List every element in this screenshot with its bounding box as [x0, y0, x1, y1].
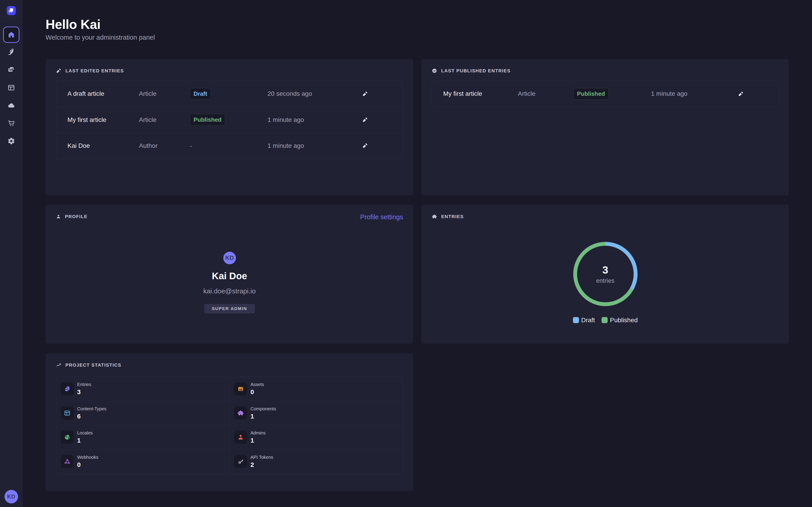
layout-icon: [64, 410, 70, 416]
entry-title: Kai Doe: [67, 142, 139, 150]
stat-locales: Locales 1: [56, 425, 230, 449]
sidebar-divider: [0, 16, 22, 17]
stat-value: 1: [77, 437, 93, 444]
webhook-icon: [64, 458, 70, 465]
legend-item-draft: Draft: [573, 317, 595, 324]
stats-grid: Entries 3 Assets 0: [56, 377, 403, 474]
puzzle-icon: [237, 410, 244, 416]
profile-body: KD Kai Doe kai.doe@strapi.io SUPER ADMIN: [56, 219, 403, 314]
entry-type: Article: [139, 90, 190, 97]
pencil-icon: [738, 91, 744, 97]
sidebar-item-content-type-builder[interactable]: [7, 84, 15, 92]
layout-icon: [7, 84, 15, 92]
stat-tile: [234, 455, 247, 468]
entry-time: 20 seconds ago: [267, 90, 362, 97]
stat-label: API Tokens: [251, 455, 273, 460]
page-subtitle: Welcome to your administration panel: [46, 34, 789, 41]
card-header: PROJECT STATISTICS: [56, 353, 403, 368]
sidebar-item-home[interactable]: [3, 26, 19, 43]
pencil-icon: [362, 117, 368, 123]
entry-type: Article: [139, 116, 190, 123]
person-icon: [237, 434, 244, 441]
profile-name: Kai Doe: [212, 271, 247, 281]
table-row: Kai Doe Author - 1 minute ago: [56, 133, 403, 159]
pencil-icon: [362, 91, 368, 97]
edit-entry-button[interactable]: [362, 117, 368, 123]
stat-value: 1: [251, 413, 276, 420]
page-title: Hello Kai: [46, 17, 789, 32]
stat-tile: [234, 406, 247, 419]
empty-grid-cell: [421, 353, 789, 491]
entries-chart-card: ENTRIES 3 entries Draft: [421, 205, 789, 344]
legend-label: Draft: [581, 317, 595, 324]
pencil-icon: [362, 143, 368, 149]
puzzle-icon: [432, 214, 437, 219]
profile-card: PROFILE Profile settings KD Kai Doe kai.…: [46, 205, 413, 344]
legend-swatch-published: [602, 317, 608, 323]
stat-tile: [61, 382, 74, 395]
card-title: ENTRIES: [441, 214, 464, 219]
card-title: LAST PUBLISHED ENTRIES: [441, 68, 510, 73]
sidebar-item-settings[interactable]: [7, 137, 15, 145]
edit-entry-button[interactable]: [362, 91, 368, 97]
stat-label: Entries: [77, 382, 91, 387]
stat-value: 3: [77, 389, 91, 396]
edit-entry-button[interactable]: [738, 91, 744, 97]
sidebar-item-content-manager[interactable]: [7, 48, 15, 56]
home-icon: [7, 31, 15, 39]
stat-tile: [61, 406, 74, 419]
stat-webhooks: Webhooks 0: [56, 450, 230, 474]
entry-type: Article: [518, 90, 573, 97]
main-content: Hello Kai Welcome to your administration…: [22, 0, 812, 507]
stat-content-types: Content-Types 6: [56, 401, 230, 425]
globe-icon: [64, 434, 70, 441]
stat-entries: Entries 3: [56, 377, 230, 401]
donut-total-label: entries: [596, 277, 614, 284]
status-badge: Published: [573, 88, 609, 100]
stat-value: 0: [77, 461, 98, 468]
pencil-icon: [56, 68, 61, 73]
last-published-entries-card: LAST PUBLISHED ENTRIES My first article …: [421, 59, 789, 195]
entry-time: 1 minute ago: [267, 116, 362, 123]
table-row: A draft article Article Draft 20 seconds…: [56, 81, 403, 107]
edit-entry-button[interactable]: [362, 143, 368, 149]
entry-title: My first article: [67, 116, 139, 123]
status-badge: Published: [190, 114, 225, 125]
widgets-grid: LAST EDITED ENTRIES A draft article Arti…: [46, 59, 789, 491]
legend-swatch-draft: [573, 317, 579, 323]
entry-title: My first article: [443, 90, 518, 97]
user-avatar[interactable]: KD: [4, 490, 18, 503]
card-header: LAST PUBLISHED ENTRIES: [432, 59, 779, 73]
sidebar-item-marketplace[interactable]: [7, 119, 15, 127]
stat-label: Components: [251, 406, 276, 411]
entry-time: 1 minute ago: [651, 90, 738, 97]
stat-value: 1: [251, 437, 266, 444]
card-title: LAST EDITED ENTRIES: [65, 68, 124, 73]
stat-label: Admins: [251, 431, 266, 436]
table-row: My first article Article Published 1 min…: [432, 81, 779, 107]
entry-type: Author: [139, 142, 190, 150]
sidebar-item-cloud[interactable]: [7, 102, 15, 109]
stat-label: Locales: [77, 431, 93, 436]
stat-tile: [234, 382, 247, 395]
stat-label: Webhooks: [77, 455, 98, 460]
profile-settings-link[interactable]: Profile settings: [360, 213, 403, 221]
person-icon: [56, 214, 61, 219]
last-edited-entries-card: LAST EDITED ENTRIES A draft article Arti…: [46, 59, 413, 195]
stat-components: Components 1: [230, 401, 403, 425]
entry-time: 1 minute ago: [267, 142, 362, 150]
card-header: ENTRIES: [432, 205, 779, 219]
sidebar-item-media-library[interactable]: [7, 66, 15, 73]
cart-icon: [7, 119, 15, 127]
entries-table: My first article Article Published 1 min…: [432, 81, 779, 107]
stat-assets: Assets 0: [230, 377, 403, 401]
legend-item-published: Published: [602, 317, 638, 324]
table-row: My first article Article Published 1 min…: [56, 107, 403, 133]
stat-tile: [61, 455, 74, 468]
strapi-logo[interactable]: [7, 6, 16, 15]
status-badge: Draft: [190, 88, 211, 100]
stat-label: Assets: [251, 382, 264, 387]
card-title: PROJECT STATISTICS: [65, 362, 121, 368]
donut-center: 3 entries: [573, 241, 638, 307]
entries-donut-chart: 3 entries Draft Published: [432, 219, 779, 324]
